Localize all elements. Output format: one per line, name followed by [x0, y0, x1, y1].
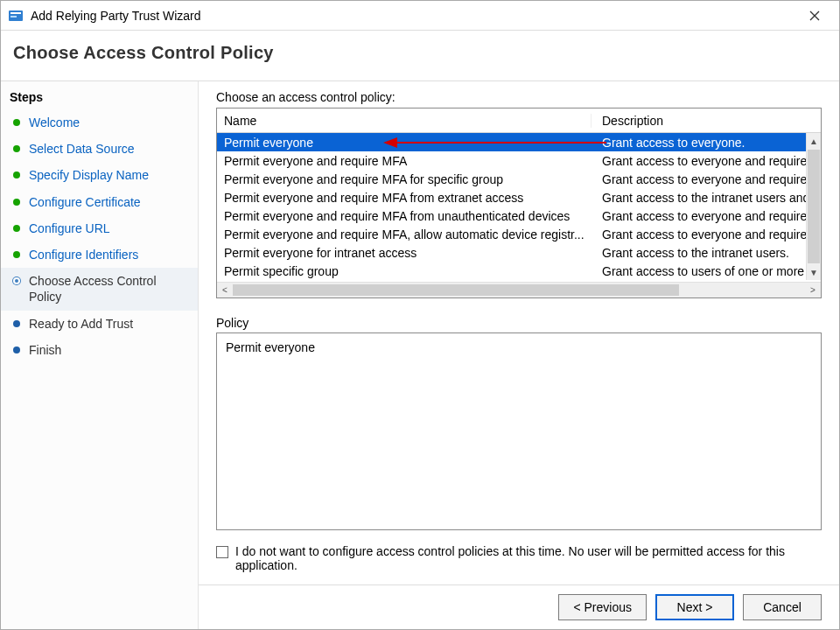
page-title: Choose Access Control Policy	[1, 31, 839, 80]
policy-row[interactable]: Permit everyone and require MFA, allow a…	[217, 225, 821, 243]
step-label: Choose Access Control Policy	[29, 273, 186, 304]
column-description[interactable]: Description	[592, 114, 821, 128]
skip-config-row: I do not want to configure access contro…	[216, 544, 822, 572]
policy-row[interactable]: Permit specific groupGrant access to use…	[217, 262, 821, 280]
policy-name-cell: Permit everyone and require MFA from ext…	[217, 191, 592, 205]
titlebar: Add Relying Party Trust Wizard	[1, 1, 839, 31]
step-dot-icon	[13, 346, 20, 354]
step-label: Configure Certificate	[29, 194, 141, 210]
steps-heading: Steps	[1, 87, 198, 109]
window-title: Add Relying Party Trust Wizard	[31, 9, 797, 23]
wizard-footer: < Previous Next > Cancel	[199, 584, 839, 629]
app-icon	[8, 8, 24, 24]
policy-name-cell: Permit specific group	[217, 264, 592, 278]
step-label: Welcome	[29, 115, 80, 130]
step-item[interactable]: Configure Identifiers	[1, 242, 198, 268]
policy-name-cell: Permit everyone and require MFA from una…	[217, 209, 592, 223]
policy-row[interactable]: Permit everyone and require MFA from ext…	[217, 188, 821, 206]
policy-listbox[interactable]: Name Description Permit everyoneGrant ac…	[216, 108, 822, 298]
step-item[interactable]: Ready to Add Trust	[1, 311, 198, 337]
policy-desc-cell: Grant access to users of one or more spe…	[592, 264, 821, 278]
listbox-columns: Name Description	[217, 108, 821, 133]
vertical-scrollbar[interactable]: ▲ ▼	[806, 133, 821, 280]
step-item[interactable]: Choose Access Control Policy	[1, 268, 198, 310]
svg-rect-2	[10, 16, 17, 18]
policy-name-cell: Permit everyone	[217, 136, 592, 150]
step-dot-icon	[13, 119, 20, 126]
policy-row[interactable]: Permit everyone and require MFAGrant acc…	[217, 151, 821, 170]
policy-name-cell: Permit everyone for intranet access	[217, 246, 592, 260]
scroll-right-icon[interactable]: >	[805, 285, 821, 295]
policy-desc-cell: Grant access to the intranet users and r…	[592, 191, 821, 205]
scroll-left-icon[interactable]: <	[217, 285, 233, 295]
wizard-body: Steps WelcomeSelect Data SourceSpecify D…	[1, 80, 839, 629]
policy-desc-cell: Grant access to everyone.	[592, 136, 821, 150]
step-item[interactable]: Welcome	[1, 109, 198, 136]
step-label: Ready to Add Trust	[29, 316, 133, 332]
policy-desc-cell: Grant access to everyone and require MFA…	[592, 228, 821, 242]
column-name[interactable]: Name	[217, 114, 592, 128]
step-dot-icon	[13, 277, 20, 284]
policy-name-cell: Permit everyone and require MFA, allow a…	[217, 228, 592, 242]
step-label: Specify Display Name	[29, 167, 149, 183]
listbox-rows: Permit everyoneGrant access to everyone.…	[217, 133, 821, 282]
cancel-button[interactable]: Cancel	[743, 594, 822, 620]
hscroll-track[interactable]	[233, 283, 805, 298]
policy-row[interactable]: Permit everyone and require MFA from una…	[217, 206, 821, 225]
policy-desc-cell: Grant access to everyone and require MFA…	[592, 209, 821, 223]
scroll-up-icon[interactable]: ▲	[807, 133, 821, 149]
step-item[interactable]: Configure URL	[1, 215, 198, 242]
policy-desc-cell: Grant access to the intranet users.	[592, 246, 821, 260]
step-dot-icon	[13, 145, 20, 152]
step-item[interactable]: Finish	[1, 337, 198, 363]
close-button[interactable]	[797, 1, 832, 31]
wizard-window: Add Relying Party Trust Wizard Choose Ac…	[0, 0, 840, 630]
skip-config-checkbox[interactable]	[216, 546, 228, 558]
svg-rect-1	[10, 12, 21, 14]
steps-sidebar: Steps WelcomeSelect Data SourceSpecify D…	[1, 81, 199, 629]
step-item[interactable]: Specify Display Name	[1, 162, 198, 188]
policy-desc-cell: Grant access to everyone and require MFA…	[592, 172, 821, 186]
policy-desc-cell: Grant access to everyone and require MFA…	[592, 154, 821, 168]
step-dot-icon	[13, 225, 20, 232]
horizontal-scrollbar[interactable]: < >	[217, 282, 821, 298]
step-dot-icon	[13, 199, 20, 206]
choose-policy-label: Choose an access control policy:	[216, 90, 822, 108]
policy-name-cell: Permit everyone and require MFA for spec…	[217, 172, 592, 186]
policy-row[interactable]: Permit everyone and require MFA for spec…	[217, 170, 821, 188]
previous-button[interactable]: < Previous	[558, 594, 647, 620]
step-item[interactable]: Select Data Source	[1, 136, 198, 162]
policy-section-label: Policy	[216, 316, 822, 330]
step-item[interactable]: Configure Certificate	[1, 189, 198, 215]
policy-detail-box: Permit everyone	[216, 332, 822, 530]
policy-detail-text: Permit everyone	[226, 340, 315, 354]
policy-row[interactable]: Permit everyoneGrant access to everyone.	[217, 133, 821, 151]
step-label: Select Data Source	[29, 141, 135, 157]
next-button[interactable]: Next >	[655, 594, 734, 620]
step-dot-icon	[13, 251, 20, 258]
hscroll-thumb[interactable]	[233, 284, 679, 296]
step-label: Configure URL	[29, 220, 110, 236]
scroll-down-icon[interactable]: ▼	[807, 264, 821, 280]
step-dot-icon	[13, 172, 20, 178]
policy-name-cell: Permit everyone and require MFA	[217, 154, 592, 168]
main-panel: Choose an access control policy: Name De…	[199, 81, 839, 629]
policy-row[interactable]: Permit everyone for intranet accessGrant…	[217, 243, 821, 262]
skip-config-label: I do not want to configure access contro…	[235, 544, 795, 572]
step-label: Finish	[29, 342, 61, 358]
step-dot-icon	[13, 320, 20, 327]
step-label: Configure Identifiers	[29, 247, 138, 262]
scroll-thumb[interactable]	[808, 150, 820, 263]
